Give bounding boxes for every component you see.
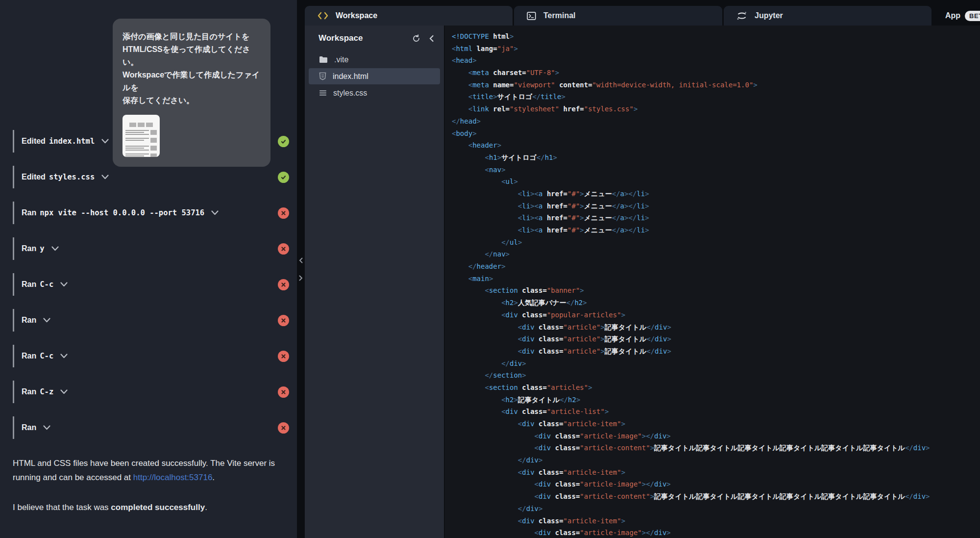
code-line: <meta charset="UTF-8"> [452,67,980,79]
final-message-2-end: . [205,503,207,512]
code-line: <meta name="viewport" content="width=dev… [452,79,980,91]
action-row[interactable]: Ran [13,416,289,439]
app-button[interactable]: App [945,11,960,20]
error-icon [278,279,289,290]
explorer-header: Workspace [305,33,444,43]
tab-workspace-label: Workspace [336,11,377,20]
code-editor[interactable]: <!DOCTYPE html><html lang="ja"><head> <m… [444,26,980,538]
action-label: Editedindex.html [22,137,95,146]
code-line: <link rel="stylesheet" href="styles.css"… [452,103,980,115]
chevron-down-icon[interactable] [211,210,219,216]
code-line: <div class="article">記事タイトル</div> [452,345,980,358]
tab-workspace[interactable]: Workspace [305,6,513,26]
code-line: <div class="article-image"></div> [452,478,980,490]
code-line: </div> [452,454,980,466]
chevron-down-icon[interactable] [60,353,68,359]
action-row[interactable]: RanC-z [13,381,289,403]
explorer-title: Workspace [318,33,412,43]
action-row[interactable]: Rannpx vite --host 0.0.0.0 --port 53716 [13,202,289,224]
user-message-text: 添付の画像と同じ見た目のサイトを HTML/CSSを使って作成してください。 W… [122,30,261,107]
code-icon [318,12,328,20]
chevron-down-icon[interactable] [43,317,51,323]
code-line: <section class="banner"> [452,284,980,297]
final-message-1: HTML and CSS files have been created suc… [13,456,281,485]
chevron-down-icon[interactable] [101,138,109,144]
code-line: <div class="article-item"> [452,418,980,430]
beta-badge: BETA [965,11,980,21]
action-label: RanC-z [22,387,53,396]
app-window: 添付の画像と同じ見た目のサイトを HTML/CSSを使って作成してください。 W… [0,0,980,538]
final-message-1-end: . [212,473,215,482]
collapse-left-icon[interactable] [298,257,303,263]
x-icon [281,425,286,431]
error-icon [278,207,289,219]
code-line: </ul> [452,236,980,249]
action-label: RanC-c [22,280,53,289]
code-line: <li><a href="#">メニュー</a></li> [452,224,980,236]
action-label: RanC-c [22,352,53,360]
tab-terminal[interactable]: Terminal [514,6,722,26]
action-row[interactable]: Editedindex.html [13,130,289,153]
code-line: <head> [452,54,980,67]
code-line: <div class="article-image"></div> [452,430,980,442]
error-icon [278,386,289,398]
code-line: <div class="article-content">記事タイトル記事タイト… [452,442,980,454]
code-line: <div class="article-list"> [452,406,980,418]
final-message-2-text: I believe that the task was [13,503,111,512]
code-line: <div class="article">記事タイトル</div> [452,321,980,333]
code-line: <!DOCTYPE html> [452,30,980,43]
code-line: <div class="article">記事タイトル</div> [452,333,980,345]
actions-list: Editedindex.htmlEditedstyles.cssRannpx v… [13,130,289,439]
tab-jupyter[interactable]: Jupyter [724,6,931,26]
file-explorer: Workspace .viteindex.htmlstyles.css [305,26,444,538]
chevron-down-icon[interactable] [60,389,68,395]
collapse-explorer-icon[interactable] [429,35,434,42]
file-name: index.html [333,72,368,81]
chevron-down-icon[interactable] [101,174,109,180]
code-line: </nav> [452,248,980,260]
tab-terminal-label: Terminal [543,11,576,20]
code-line: </head> [452,115,980,128]
code-line: <div class="article-item"> [452,466,980,479]
code-line: <main> [452,273,980,285]
code-line: <title>サイトロゴ</title> [452,91,980,103]
chevron-down-icon[interactable] [43,425,51,431]
action-row[interactable]: Editedstyles.css [13,166,289,188]
workspace-panels: Workspace .viteindex.htmlstyles.css <!DO… [305,26,980,538]
action-label: Ran [22,423,36,432]
chevron-down-icon[interactable] [51,246,59,252]
refresh-icon[interactable] [412,34,420,43]
code-line: <nav> [452,164,980,176]
action-row[interactable]: RanC-c [13,345,289,367]
code-line: <h2>人気記事バナー</h2> [452,297,980,309]
code-line: <html lang="ja"> [452,43,980,55]
error-icon [278,315,289,326]
file-item-vite[interactable]: .vite [309,51,440,68]
error-icon [278,351,289,362]
action-row[interactable]: Ran [13,309,289,332]
code-line: <div class="article-item"> [452,515,980,527]
x-icon [281,282,286,287]
localhost-link[interactable]: http://localhost:53716 [133,473,213,482]
code-line: <div class="article-image"></div> [452,527,980,538]
code-line: <section class="articles"> [452,382,980,394]
html-file-icon [319,72,326,80]
action-label: Editedstyles.css [22,173,95,181]
action-row[interactable]: Rany [13,237,289,260]
x-icon [281,210,286,216]
error-icon [278,422,289,434]
expand-right-icon[interactable] [298,275,303,281]
chevron-down-icon[interactable] [60,282,68,287]
action-row[interactable]: RanC-c [13,273,289,296]
code-line: <div class="article-content">記事タイトル記事タイト… [452,490,980,503]
code-line: </div> [452,503,980,515]
check-icon [280,174,287,180]
error-icon [278,243,289,255]
file-item-styles-css[interactable]: styles.css [309,85,440,101]
workspace-region: Workspace Terminal Jupyter App BETA Work… [305,0,980,538]
code-line: <h1>サイトロゴ</h1> [452,152,980,164]
final-message-2-bold: completed successfully [111,503,205,512]
success-icon [278,136,289,147]
file-item-index-html[interactable]: index.html [309,68,440,84]
css-file-icon [319,89,327,97]
